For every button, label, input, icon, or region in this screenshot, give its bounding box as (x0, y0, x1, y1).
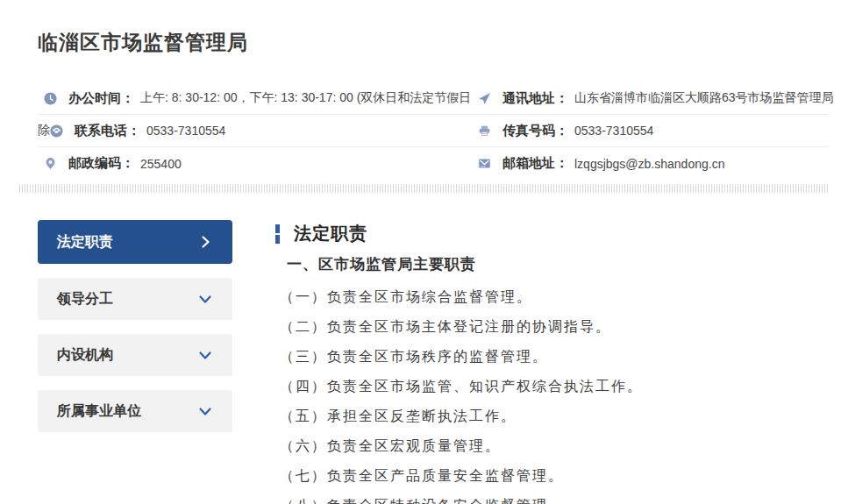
duty-item: （五）承担全区反垄断执法工作。 (280, 401, 829, 431)
fax-number: 传真号码： 0533-7310554 (476, 123, 829, 139)
sidebar-item-affiliated-institutions[interactable]: 所属事业单位 (38, 390, 232, 432)
sidebar-item-label: 领导分工 (57, 290, 113, 309)
office-hours-label: 办公时间： (68, 90, 134, 107)
page: 临淄区市场监督管理局 办公时间： 上午: 8: 30-12: 00，下午: 13… (0, 0, 841, 504)
section-marker-bar (275, 224, 280, 244)
duty-item: （四）负责全区市场监管、知识产权综合执法工作。 (280, 372, 829, 401)
contact-row-2: 除 联系电话： 0533-7310554 传真号码： 0533-7310554 (38, 115, 829, 147)
office-hours-value: 上午: 8: 30-12: 00，下午: 13: 30-17: 00 (双休日和… (140, 90, 471, 106)
duty-item: （六）负责全区宏观质量管理。 (280, 431, 829, 461)
location-arrow-icon (478, 92, 491, 105)
subsection-title: 一、区市场监管局主要职责 (287, 254, 829, 274)
postal-code-label: 邮政编码： (68, 155, 134, 172)
contact-row-3: 邮政编码： 255400 邮箱地址： lzqgsjbgs@zb.shandong… (38, 147, 829, 180)
sidebar-item-label: 法定职责 (57, 233, 113, 252)
duty-item: （二）负责全区市场主体登记注册的协调指导。 (280, 312, 829, 342)
fax-icon (478, 124, 491, 138)
fax-number-value: 0533-7310554 (574, 124, 653, 138)
sidebar-item-label: 内设机构 (57, 346, 113, 365)
clock-icon (44, 92, 57, 105)
mailing-address-label: 通讯地址： (502, 90, 568, 107)
chevron-down-icon (197, 403, 213, 419)
email-address-label: 邮箱地址： (502, 155, 568, 172)
duty-item: （七）负责全区产品质量安全监督管理。 (280, 461, 829, 491)
chevron-down-icon (197, 347, 213, 363)
phone-icon (50, 124, 63, 138)
page-title: 临淄区市场监督管理局 (38, 0, 829, 56)
office-hours-overflow-text: 除 (38, 123, 50, 138)
phone-number-value: 0533-7310554 (146, 124, 225, 138)
sidebar-item-statutory-duties[interactable]: 法定职责 (38, 220, 232, 264)
duty-item: （一）负责全区市场综合监督管理。 (280, 282, 829, 312)
mailing-address-value: 山东省淄博市临淄区大顺路63号市场监督管理局 (574, 90, 834, 106)
postal-code: 邮政编码： 255400 (38, 155, 476, 172)
office-hours: 办公时间： 上午: 8: 30-12: 00，下午: 13: 30-17: 00… (38, 90, 476, 107)
main-content: 法定职责 一、区市场监管局主要职责 （一）负责全区市场综合监督管理。 （二）负责… (275, 220, 829, 504)
sidebar-item-leadership-division[interactable]: 领导分工 (38, 278, 232, 320)
contact-info: 办公时间： 上午: 8: 30-12: 00，下午: 13: 30-17: 00… (38, 82, 829, 193)
email-address-value: lzqgsjbgs@zb.shandong.cn (574, 157, 724, 171)
section-header: 法定职责 (275, 222, 829, 245)
chevron-right-icon (197, 234, 213, 250)
fax-number-label: 传真号码： (502, 123, 568, 139)
duty-item: （八）负责全区特种设备安全监督管理。 (280, 491, 829, 504)
phone-number: 除 联系电话： 0533-7310554 (38, 123, 476, 139)
email-address: 邮箱地址： lzqgsjbgs@zb.shandong.cn (476, 155, 829, 172)
postal-code-value: 255400 (140, 157, 182, 171)
chevron-down-icon (197, 291, 213, 307)
phone-number-label: 联系电话： (75, 123, 140, 139)
mailing-address: 通讯地址： 山东省淄博市临淄区大顺路63号市场监督管理局 (476, 90, 834, 107)
duties-list: （一）负责全区市场综合监督管理。 （二）负责全区市场主体登记注册的协调指导。 （… (280, 282, 829, 504)
sidebar-item-internal-departments[interactable]: 内设机构 (38, 334, 232, 376)
envelope-icon (478, 157, 491, 170)
hatched-divider (19, 184, 829, 193)
duty-item: （三）负责全区市场秩序的监督管理。 (280, 342, 829, 372)
contact-row-1: 办公时间： 上午: 8: 30-12: 00，下午: 13: 30-17: 00… (38, 82, 829, 115)
sidebar-nav: 法定职责 领导分工 内设机构 所属事业单位 (38, 220, 232, 504)
content-area: 法定职责 领导分工 内设机构 所属事业单位 (38, 220, 829, 504)
sidebar-item-label: 所属事业单位 (57, 402, 141, 421)
location-pin-icon (44, 157, 57, 170)
section-title: 法定职责 (294, 222, 367, 245)
